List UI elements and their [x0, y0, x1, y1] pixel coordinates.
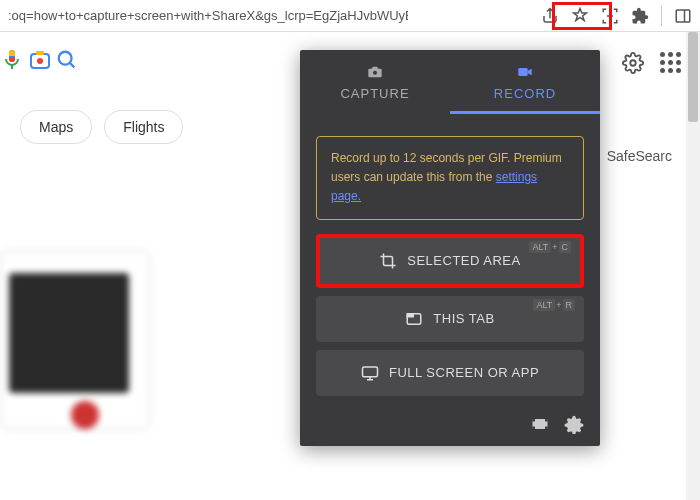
lens-icon[interactable]: [28, 48, 52, 72]
svg-rect-18: [545, 419, 548, 422]
svg-point-7: [630, 60, 636, 66]
svg-rect-9: [518, 68, 527, 76]
scrollbar[interactable]: [686, 32, 700, 500]
divider: [661, 6, 662, 26]
video-icon: [515, 64, 535, 80]
preview-red-dot: [71, 401, 99, 429]
extensions-puzzle-icon[interactable]: [631, 7, 649, 25]
voice-search-icon[interactable]: [0, 48, 24, 72]
svg-rect-4: [36, 51, 44, 55]
panel-icon[interactable]: [674, 7, 692, 25]
svg-line-6: [70, 63, 75, 68]
popup-settings-icon[interactable]: [564, 414, 584, 434]
capture-extension-icon[interactable]: [601, 7, 619, 25]
popup-footer: [300, 404, 600, 446]
this-tab-label: THIS TAB: [433, 311, 494, 326]
settings-gear-icon[interactable]: [622, 52, 644, 74]
svg-rect-17: [533, 426, 536, 429]
tab-capture-label: CAPTURE: [340, 86, 409, 101]
selected-area-button[interactable]: ALT+C SELECTED AREA: [316, 234, 584, 288]
svg-rect-19: [545, 426, 548, 429]
tab-record[interactable]: RECORD: [450, 50, 600, 114]
chip-maps[interactable]: Maps: [20, 110, 92, 144]
recordings-icon[interactable]: [530, 414, 550, 434]
popup-tabs: CAPTURE RECORD: [300, 50, 600, 114]
capture-extension-popup: CAPTURE RECORD Record up to 12 seconds p…: [300, 50, 600, 446]
tab-record-label: RECORD: [494, 86, 556, 101]
safesearch-link[interactable]: SafeSearc: [607, 148, 672, 164]
chip-flights[interactable]: Flights: [104, 110, 183, 144]
camera-icon: [365, 64, 385, 80]
full-screen-label: FULL SCREEN OR APP: [389, 365, 539, 380]
svg-rect-16: [533, 419, 536, 422]
right-toolbar: [622, 52, 682, 74]
tab-capture[interactable]: CAPTURE: [300, 50, 450, 114]
svg-rect-0: [676, 10, 690, 22]
shortcut-badge: ALT+R: [532, 300, 576, 310]
this-tab-button[interactable]: ALT+R THIS TAB: [316, 296, 584, 342]
shortcut-badge: ALT+C: [528, 242, 572, 252]
tab-icon: [405, 310, 423, 328]
svg-point-8: [373, 71, 377, 75]
browser-address-bar: :oq=how+to+capture+screen+with+ShareX&gs…: [0, 0, 700, 32]
svg-point-3: [37, 58, 43, 64]
preview-dark-region: [9, 273, 129, 393]
svg-point-5: [59, 52, 72, 65]
svg-rect-11: [408, 313, 414, 316]
search-icon[interactable]: [56, 49, 78, 71]
svg-rect-12: [362, 367, 377, 377]
apps-grid-icon[interactable]: [660, 52, 682, 74]
full-screen-button[interactable]: FULL SCREEN OR APP: [316, 350, 584, 396]
crop-icon: [379, 252, 397, 270]
selected-area-label: SELECTED AREA: [407, 253, 520, 268]
url-text: :oq=how+to+capture+screen+with+ShareX&gs…: [8, 8, 408, 23]
scrollbar-thumb[interactable]: [688, 32, 698, 122]
bookmark-star-icon[interactable]: [571, 7, 589, 25]
monitor-icon: [361, 364, 379, 382]
browser-actions: [541, 6, 692, 26]
share-icon[interactable]: [541, 7, 559, 25]
preview-thumbnail: [0, 250, 150, 430]
premium-notice: Record up to 12 seconds per GIF. Premium…: [316, 136, 584, 220]
search-icons: [0, 48, 78, 72]
